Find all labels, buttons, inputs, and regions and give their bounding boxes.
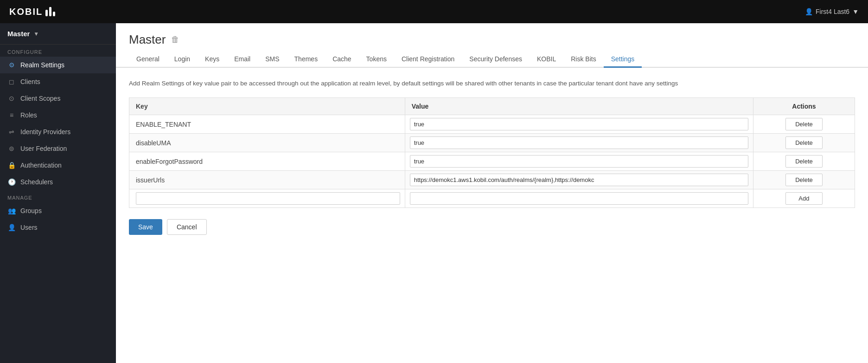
realm-name: Master [7, 30, 30, 38]
sidebar-item-identity-providers[interactable]: ⇌Identity Providers [0, 123, 116, 140]
sidebar-item-roles[interactable]: ≡Roles [0, 107, 116, 123]
sidebar-section-manage: Manage [0, 190, 116, 202]
key-cell-3: issuerUrls [129, 171, 405, 189]
tab-login[interactable]: Login [167, 52, 198, 68]
sidebar-item-client-scopes[interactable]: ⊙Client Scopes [0, 90, 116, 107]
sidebar-item-clients[interactable]: ◻Clients [0, 73, 116, 90]
settings-description: Add Realm Settings of key value pair to … [129, 79, 732, 88]
table-row: disableUMADelete [129, 134, 855, 152]
realm-chevron-icon: ▼ [33, 31, 39, 37]
sidebar-item-user-federation[interactable]: ⊚User Federation [0, 140, 116, 157]
key-cell-0: ENABLE_TENANT [129, 115, 405, 134]
tab-settings[interactable]: Settings [604, 52, 642, 68]
add-button[interactable]: Add [785, 192, 823, 205]
brand-logo: KOBIL [9, 6, 55, 17]
delete-button-1[interactable]: Delete [785, 136, 823, 149]
authentication-label: Authentication [20, 162, 62, 169]
sidebar-item-groups[interactable]: 👥Groups [0, 202, 116, 219]
roles-label: Roles [20, 111, 37, 119]
username: First4 Last6 [816, 8, 849, 15]
tab-keys[interactable]: Keys [198, 52, 227, 68]
identity-providers-label: Identity Providers [20, 128, 70, 136]
table-body: ENABLE_TENANTDeletedisableUMADeleteenabl… [129, 115, 855, 208]
value-cell-0 [405, 115, 753, 134]
tab-client-registration[interactable]: Client Registration [394, 52, 462, 68]
delete-button-3[interactable]: Delete [785, 174, 823, 186]
col-actions: Actions [753, 98, 855, 115]
save-button[interactable]: Save [129, 219, 162, 235]
user-icon: 👤 [805, 8, 813, 15]
delete-realm-icon[interactable]: 🗑 [171, 35, 179, 45]
schedulers-label: Schedulers [20, 178, 53, 186]
new-key-input[interactable] [136, 192, 400, 205]
schedulers-icon: 🕐 [7, 178, 16, 186]
tab-general[interactable]: General [129, 52, 167, 68]
brand-text: KOBIL [9, 6, 43, 17]
key-cell-1: disableUMA [129, 134, 405, 152]
table-row: ENABLE_TENANTDelete [129, 115, 855, 134]
new-value-input[interactable] [410, 192, 748, 205]
value-cell-1 [405, 134, 753, 152]
user-federation-label: User Federation [20, 145, 67, 152]
form-actions: Save Cancel [129, 219, 855, 235]
new-key-cell [129, 189, 405, 208]
settings-content: Add Realm Settings of key value pair to … [116, 68, 868, 246]
tab-kobil[interactable]: KOBIL [530, 52, 563, 68]
client-scopes-icon: ⊙ [7, 95, 16, 102]
key-cell-2: enableForgotPassword [129, 152, 405, 171]
user-federation-icon: ⊚ [7, 145, 16, 152]
tab-security-defenses[interactable]: Security Defenses [462, 52, 530, 68]
col-value: Value [405, 98, 753, 115]
realm-settings-icon: ⚙ [7, 61, 16, 69]
sidebar: Master ▼ Configure⚙Realm Settings◻Client… [0, 23, 116, 363]
clients-label: Clients [20, 78, 40, 85]
bar3 [53, 12, 55, 16]
value-input-2[interactable] [410, 155, 748, 168]
page-header: Master 🗑 [116, 23, 868, 47]
action-cell-3: Delete [753, 171, 855, 189]
realm-selector[interactable]: Master ▼ [0, 23, 116, 45]
value-cell-3 [405, 171, 753, 189]
table-header-row: Key Value Actions [129, 98, 855, 115]
value-input-1[interactable] [410, 136, 748, 149]
users-label: Users [20, 224, 38, 231]
delete-button-0[interactable]: Delete [785, 118, 823, 130]
tab-sms[interactable]: SMS [258, 52, 287, 68]
new-action-cell: Add [753, 189, 855, 208]
groups-icon: 👥 [7, 207, 16, 214]
value-input-3[interactable] [410, 174, 748, 186]
sidebar-nav: Configure⚙Realm Settings◻Clients⊙Client … [0, 45, 116, 236]
action-cell-0: Delete [753, 115, 855, 134]
cancel-button[interactable]: Cancel [167, 219, 207, 235]
tab-cache[interactable]: Cache [325, 52, 358, 68]
value-cell-2 [405, 152, 753, 171]
tab-risk-bits[interactable]: Risk Bits [563, 52, 603, 68]
value-input-0[interactable] [410, 118, 748, 130]
bar2 [49, 7, 51, 16]
tab-email[interactable]: Email [227, 52, 258, 68]
sidebar-item-realm-settings[interactable]: ⚙Realm Settings [0, 57, 116, 73]
layout: Master ▼ Configure⚙Realm Settings◻Client… [0, 23, 868, 363]
settings-table: Key Value Actions ENABLE_TENANTDeletedis… [129, 97, 855, 208]
new-value-cell [405, 189, 753, 208]
user-menu[interactable]: 👤 First4 Last6 ▼ [805, 8, 859, 15]
main-content: Master 🗑 GeneralLoginKeysEmailSMSThemesC… [116, 23, 868, 363]
users-icon: 👤 [7, 224, 16, 231]
clients-icon: ◻ [7, 78, 16, 85]
new-row: Add [129, 189, 855, 208]
realm-settings-label: Realm Settings [20, 61, 64, 69]
col-key: Key [129, 98, 405, 115]
tab-tokens[interactable]: Tokens [359, 52, 394, 68]
table-row: issuerUrlsDelete [129, 171, 855, 189]
sidebar-item-schedulers[interactable]: 🕐Schedulers [0, 174, 116, 190]
identity-providers-icon: ⇌ [7, 128, 16, 136]
delete-button-2[interactable]: Delete [785, 155, 823, 168]
action-cell-1: Delete [753, 134, 855, 152]
sidebar-item-authentication[interactable]: 🔒Authentication [0, 157, 116, 174]
sidebar-item-users[interactable]: 👤Users [0, 219, 116, 236]
tab-themes[interactable]: Themes [287, 52, 326, 68]
page-title: Master [129, 32, 166, 47]
action-cell-2: Delete [753, 152, 855, 171]
brand-icon [45, 7, 55, 16]
roles-icon: ≡ [7, 111, 16, 119]
